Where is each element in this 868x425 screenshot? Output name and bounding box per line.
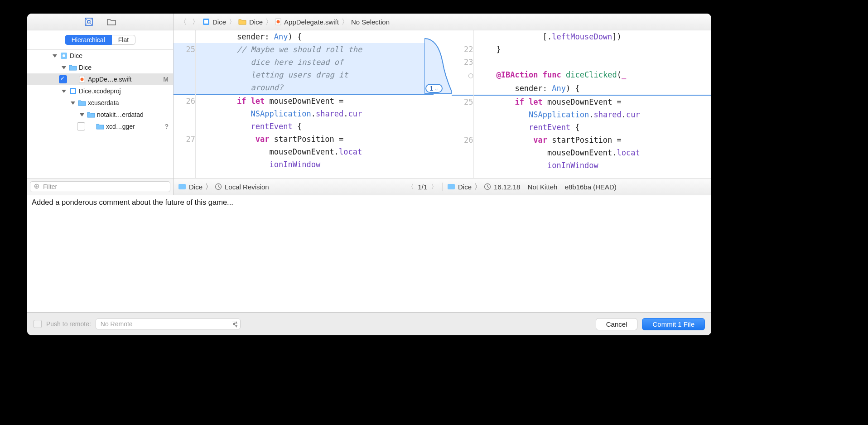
disclosure-icon[interactable] (62, 66, 66, 69)
line-number[interactable] (452, 146, 478, 159)
filter-input[interactable]: Filter (30, 181, 170, 192)
project-icon (447, 184, 455, 190)
commit-button[interactable]: Commit 1 File (642, 318, 705, 330)
scope-folder-icon[interactable] (106, 17, 116, 27)
code-line: rentEvent { (452, 121, 712, 134)
tab-hierarchical[interactable]: Hierarchical (65, 35, 112, 45)
line-number[interactable] (174, 68, 200, 81)
crumb-folder[interactable]: Dice (238, 18, 263, 26)
jump-bar[interactable]: 〈 〉 Dice 〉 Dice 〉 AppDelegate.swift (174, 14, 711, 30)
code-line: rentEvent { (174, 120, 434, 133)
left-project[interactable]: Dice (189, 183, 203, 191)
clock-icon (484, 183, 491, 190)
line-number[interactable] (174, 145, 200, 158)
crumb-project[interactable]: Dice (203, 18, 226, 26)
cancel-button[interactable]: Cancel (596, 318, 638, 330)
code-line: 25 if let mouseDownEvent = (452, 96, 712, 108)
line-number[interactable] (174, 56, 200, 68)
file-tree[interactable]: DiceDiceAppDe…e.swiftMDice.xcodeprojxcus… (27, 50, 173, 178)
project-icon (203, 18, 210, 25)
code-line: 23 (452, 56, 712, 68)
right-author: Not Kitteh (528, 183, 558, 191)
line-number[interactable]: 25 (452, 96, 478, 108)
line-number[interactable] (174, 158, 200, 171)
code-line: 27 var startPosition = (174, 133, 434, 145)
scm-status: M (163, 76, 173, 83)
diff-pane-right[interactable]: [.leftMouseDown])22 }23 ○ @IBAction func… (452, 30, 712, 178)
chevron-down-icon: ⌵ (435, 86, 438, 92)
view-mode-segmented: Hierarchical Flat (27, 30, 173, 50)
diff-gutter: 1 ⌵ (434, 30, 452, 178)
line-number[interactable] (452, 30, 478, 43)
code-line: letting users drag it (174, 68, 434, 81)
filter-placeholder: Filter (43, 183, 57, 190)
svg-point-9 (81, 78, 84, 81)
scm-status: ? (164, 123, 173, 130)
svg-point-18 (277, 20, 280, 24)
right-project[interactable]: Dice (458, 183, 472, 191)
diff-pane-left[interactable]: sender: Any) {25 // Maybe we should roll… (174, 30, 434, 178)
line-number[interactable]: 25 (174, 43, 200, 56)
disclosure-icon[interactable] (53, 54, 57, 58)
clock-icon (215, 183, 222, 190)
crumb-file[interactable]: AppDelegate.swift (275, 18, 339, 26)
line-number[interactable]: 26 (452, 134, 478, 146)
tree-row[interactable]: xcuserdata (27, 97, 173, 109)
folder-icon (87, 111, 95, 119)
line-number[interactable] (174, 120, 200, 133)
scope-project-icon[interactable] (84, 17, 94, 27)
commit-message-input[interactable]: Added a ponderous comment about the futu… (27, 195, 711, 312)
tree-label: xcd…gger (106, 123, 163, 130)
line-number[interactable]: 23 (452, 56, 478, 68)
tree-row[interactable]: Dice (27, 50, 173, 62)
tab-flat[interactable]: Flat (112, 35, 135, 45)
left-revision[interactable]: Local Revision (225, 183, 269, 191)
bottom-bar: Push to remote: No Remote ▴▾ Cancel Comm… (27, 312, 711, 335)
line-number[interactable]: 26 (174, 95, 200, 107)
include-checkbox[interactable] (77, 122, 85, 130)
remote-select[interactable]: No Remote ▴▾ (96, 319, 241, 329)
line-number[interactable]: 27 (174, 133, 200, 145)
disclosure-icon[interactable] (71, 101, 75, 105)
tree-label: AppDe…e.swift (88, 76, 161, 83)
breakpoint-gutter-icon[interactable]: ○ (452, 68, 478, 82)
code-line: sender: Any) { (174, 30, 434, 43)
line-number[interactable] (452, 108, 478, 121)
tree-row[interactable]: xcd…gger? (27, 121, 173, 132)
tree-label: xcuserdata (88, 99, 167, 106)
folder-icon (78, 99, 86, 107)
tree-label: Dice (79, 64, 167, 71)
include-checkbox[interactable] (59, 75, 67, 83)
prev-change-icon[interactable]: 〈 (407, 183, 414, 191)
line-number[interactable]: 22 (452, 43, 478, 56)
nav-back-icon[interactable]: 〈 (178, 18, 188, 26)
svg-rect-11 (71, 89, 75, 93)
line-number[interactable] (452, 82, 478, 95)
xcodeproj-icon (69, 87, 77, 95)
tree-row[interactable]: Dice.xcodeproj (27, 85, 173, 97)
folder-icon (238, 19, 246, 25)
line-number[interactable] (174, 81, 200, 94)
line-number[interactable] (452, 121, 478, 134)
disclosure-icon (71, 77, 75, 82)
line-number[interactable] (174, 30, 200, 43)
code-line: sender: Any) { (452, 82, 712, 96)
line-number[interactable] (174, 107, 200, 120)
push-to-remote-checkbox[interactable] (34, 320, 42, 328)
nav-forward-icon[interactable]: 〉 (190, 18, 201, 26)
tree-row[interactable]: Dice (27, 62, 173, 73)
disclosure-icon[interactable] (62, 90, 66, 93)
code-line: NSApplication.shared.cur (452, 108, 712, 121)
next-change-icon[interactable]: 〉 (431, 183, 438, 191)
change-counter: 1/1 (418, 183, 427, 191)
line-number[interactable] (452, 159, 478, 172)
push-to-remote-label: Push to remote: (46, 320, 91, 328)
tree-row[interactable]: AppDe…e.swiftM (27, 73, 173, 85)
change-stepper[interactable]: 1 ⌵ (425, 84, 443, 93)
code-line: 25 // Maybe we should roll the (174, 43, 434, 56)
tree-row[interactable]: notakit…erdatad (27, 109, 173, 121)
disclosure-icon[interactable] (80, 113, 84, 116)
crumb-selection[interactable]: No Selection (351, 18, 390, 26)
tree-label: notakit…erdatad (97, 111, 167, 118)
right-hash[interactable]: e8b16ba (HEAD) (565, 183, 617, 191)
